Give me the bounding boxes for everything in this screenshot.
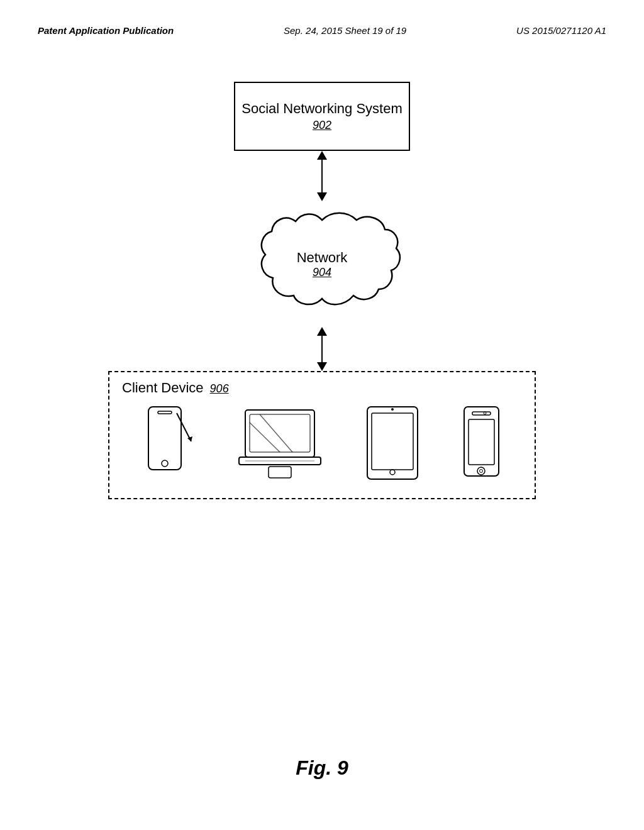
figure-label: Fig. 9 — [0, 756, 644, 780]
svg-point-22 — [480, 470, 483, 473]
sns-number: 902 — [313, 119, 331, 132]
svg-point-21 — [477, 467, 485, 475]
network-label: Network 904 — [297, 250, 348, 279]
network-to-client-arrow — [317, 327, 327, 371]
device-tablet — [364, 404, 421, 485]
network-cloud: Network 904 — [234, 201, 410, 327]
sns-box: Social Networking System 902 — [234, 82, 410, 151]
network-number: 904 — [297, 266, 348, 279]
svg-point-15 — [390, 470, 395, 475]
svg-rect-18 — [472, 412, 491, 415]
svg-rect-13 — [372, 413, 413, 470]
client-label: Client Device 906 — [122, 380, 229, 396]
arrow-head-down-icon — [317, 192, 327, 201]
svg-rect-20 — [469, 419, 494, 465]
arrow-head-up-icon2 — [317, 327, 327, 336]
smartphone-stylus-icon — [142, 404, 196, 485]
client-title: Client Device — [122, 380, 204, 396]
svg-rect-1 — [158, 411, 172, 414]
svg-line-8 — [260, 414, 292, 452]
svg-rect-17 — [464, 407, 499, 476]
svg-rect-11 — [269, 467, 291, 478]
header-publication-type: Patent Application Publication — [38, 25, 174, 36]
small-phone-icon — [461, 404, 502, 485]
svg-line-3 — [177, 413, 191, 441]
header-patent-number: US 2015/0271120 A1 — [516, 25, 606, 36]
device-laptop — [236, 404, 324, 485]
diagram-container: Social Networking System 902 Network 904… — [0, 82, 644, 499]
sns-to-network-arrow — [317, 151, 327, 201]
svg-rect-6 — [250, 414, 310, 452]
arrow-head-down-icon2 — [317, 362, 327, 371]
client-device-container: Client Device 906 — [108, 371, 536, 499]
arrow-shaft — [321, 160, 323, 192]
laptop-icon — [236, 404, 324, 485]
header-date-sheet: Sep. 24, 2015 Sheet 19 of 19 — [284, 25, 406, 36]
arrow-head-up-icon — [317, 151, 327, 160]
svg-rect-5 — [245, 410, 314, 457]
client-number: 906 — [210, 382, 229, 396]
page-header: Patent Application Publication Sep. 24, … — [38, 25, 606, 36]
network-title: Network — [297, 250, 348, 266]
device-small-phone — [461, 404, 502, 485]
svg-marker-4 — [187, 436, 192, 441]
sns-title: Social Networking System — [242, 101, 402, 117]
svg-line-7 — [250, 423, 280, 452]
svg-point-16 — [391, 408, 394, 411]
svg-point-2 — [162, 460, 168, 467]
arrow-shaft2 — [321, 336, 323, 362]
svg-rect-12 — [367, 407, 418, 479]
tablet-icon — [364, 404, 421, 485]
device-smartphone-stylus — [142, 404, 196, 485]
client-device-box: Client Device 906 — [108, 371, 536, 499]
